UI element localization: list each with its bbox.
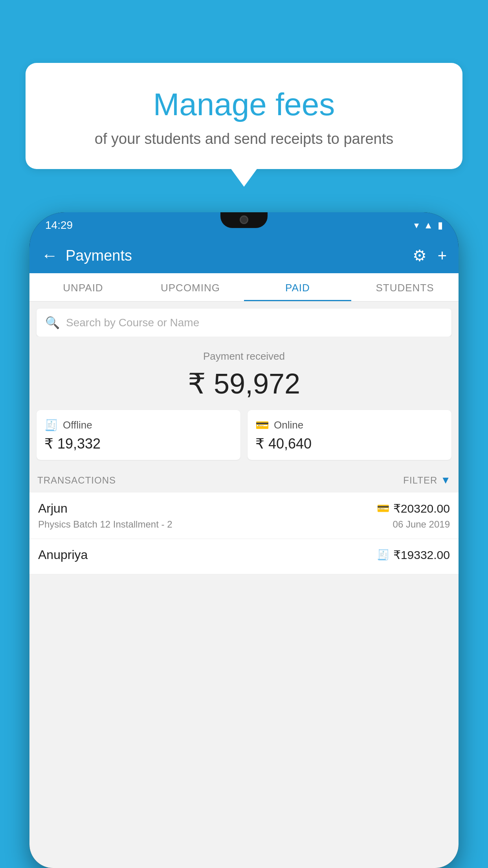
payment-cards: 🧾 Offline ₹ 19,332 💳 Online ₹ 40,640 bbox=[37, 410, 451, 460]
student-name: Arjun bbox=[38, 501, 68, 516]
tab-paid[interactable]: PAID bbox=[244, 273, 351, 301]
bubble-title: Manage fees bbox=[45, 86, 443, 123]
transaction-bottom: Physics Batch 12 Installment - 2 06 June… bbox=[38, 519, 450, 530]
settings-icon[interactable]: ⚙ bbox=[413, 246, 427, 265]
wifi-icon: ▾ bbox=[414, 220, 419, 231]
offline-label: Offline bbox=[63, 419, 92, 431]
tab-unpaid[interactable]: UNPAID bbox=[29, 273, 137, 301]
header-actions: ⚙ + bbox=[413, 246, 447, 265]
bubble-subtitle: of your students and send receipts to pa… bbox=[45, 131, 443, 147]
tabs-bar: UNPAID UPCOMING PAID STUDENTS bbox=[29, 273, 459, 302]
speech-bubble: Manage fees of your students and send re… bbox=[26, 63, 462, 169]
status-icons: ▾ ▲ ▮ bbox=[414, 220, 443, 231]
offline-mode-icon: 🧾 bbox=[377, 549, 389, 561]
transaction-row[interactable]: Arjun 💳 ₹20320.00 Physics Batch 12 Insta… bbox=[29, 493, 459, 539]
transaction-row[interactable]: Anupriya 🧾 ₹19332.00 bbox=[29, 539, 459, 574]
notch bbox=[220, 212, 268, 228]
add-icon[interactable]: + bbox=[438, 247, 447, 265]
status-bar: 14:29 ▾ ▲ ▮ bbox=[29, 212, 459, 238]
payment-received-label: Payment received bbox=[29, 350, 459, 362]
back-button[interactable]: ← bbox=[41, 246, 58, 265]
online-card-header: 💳 Online bbox=[255, 419, 444, 432]
amount-row: 🧾 ₹19332.00 bbox=[377, 548, 450, 562]
online-payment-icon: 💳 bbox=[255, 419, 269, 432]
transaction-top: Arjun 💳 ₹20320.00 bbox=[38, 501, 450, 516]
battery-icon: ▮ bbox=[438, 220, 443, 231]
filter-label: FILTER bbox=[403, 475, 437, 486]
tab-upcoming[interactable]: UPCOMING bbox=[137, 273, 244, 301]
search-bar[interactable]: 🔍 Search by Course or Name bbox=[37, 309, 451, 337]
course-info: Physics Batch 12 Installment - 2 bbox=[38, 519, 172, 530]
offline-card-header: 🧾 Offline bbox=[44, 419, 233, 432]
payment-summary: Payment received ₹ 59,972 bbox=[29, 337, 459, 410]
speech-bubble-container: Manage fees of your students and send re… bbox=[26, 63, 462, 169]
search-icon: 🔍 bbox=[45, 316, 60, 329]
filter-icon: ▼ bbox=[440, 474, 451, 486]
front-camera bbox=[240, 215, 248, 224]
offline-payment-icon: 🧾 bbox=[44, 419, 58, 432]
status-time: 14:29 bbox=[45, 219, 73, 232]
header-title: Payments bbox=[66, 247, 413, 264]
phone-content: 🔍 Search by Course or Name Payment recei… bbox=[29, 302, 459, 868]
transaction-date: 06 June 2019 bbox=[393, 519, 450, 530]
app-header: ← Payments ⚙ + bbox=[29, 238, 459, 273]
online-label: Online bbox=[274, 419, 303, 431]
student-name: Anupriya bbox=[38, 548, 88, 562]
transaction-top: Anupriya 🧾 ₹19332.00 bbox=[38, 548, 450, 562]
phone-frame: 14:29 ▾ ▲ ▮ ← Payments ⚙ + UNPAID bbox=[29, 212, 459, 868]
transaction-amount: ₹19332.00 bbox=[393, 548, 450, 562]
signal-icon: ▲ bbox=[424, 220, 433, 231]
transaction-amount: ₹20320.00 bbox=[393, 502, 450, 515]
amount-row: 💳 ₹20320.00 bbox=[377, 502, 450, 515]
search-placeholder: Search by Course or Name bbox=[66, 316, 199, 329]
online-mode-icon: 💳 bbox=[377, 502, 389, 515]
tab-students[interactable]: STUDENTS bbox=[351, 273, 459, 301]
filter-button[interactable]: FILTER ▼ bbox=[403, 474, 451, 486]
transactions-label: TRANSACTIONS bbox=[37, 475, 116, 486]
transactions-header: TRANSACTIONS FILTER ▼ bbox=[29, 468, 459, 493]
offline-amount: ₹ 19,332 bbox=[44, 436, 233, 452]
online-amount: ₹ 40,640 bbox=[255, 436, 444, 452]
offline-card: 🧾 Offline ₹ 19,332 bbox=[37, 410, 240, 460]
payment-total-amount: ₹ 59,972 bbox=[29, 367, 459, 400]
online-card: 💳 Online ₹ 40,640 bbox=[248, 410, 451, 460]
